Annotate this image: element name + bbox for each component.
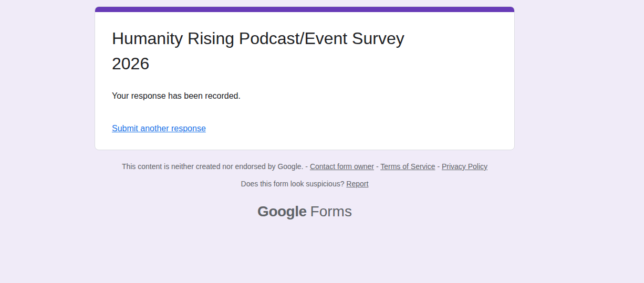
suspicious-prompt: Does this form look suspicious? [241,180,345,188]
form-column: Humanity Rising Podcast/Event Survey 202… [95,6,515,221]
footer-separator: - [376,162,379,171]
submit-another-response-link[interactable]: Submit another response [112,123,206,134]
card-body: Humanity Rising Podcast/Event Survey 202… [95,12,514,150]
forms-logo-text: Forms [310,203,352,219]
form-theme-accent-bar [95,7,514,12]
confirmation-card: Humanity Rising Podcast/Event Survey 202… [95,6,515,150]
confirmation-message: Your response has been recorded. [112,90,497,102]
terms-of-service-link[interactable]: Terms of Service [380,162,435,171]
form-title: Humanity Rising Podcast/Event Survey 202… [112,26,427,76]
page-background: { "theme": { "background_color": "#F0EBF… [0,0,644,283]
report-abuse-link[interactable]: Report [346,180,368,188]
google-forms-logo: GoogleForms [95,203,515,221]
footer-suspicious-line: Does this form look suspicious? Report [95,179,515,189]
footer-disclaimer: This content is neither created nor endo… [95,161,515,172]
contact-form-owner-link[interactable]: Contact form owner [310,162,374,171]
disclaimer-text: This content is neither created nor endo… [122,162,308,171]
form-footer: This content is neither created nor endo… [95,161,515,221]
google-logo-text: Google [257,203,306,219]
privacy-policy-link[interactable]: Privacy Policy [442,162,487,171]
footer-separator: - [437,162,440,171]
